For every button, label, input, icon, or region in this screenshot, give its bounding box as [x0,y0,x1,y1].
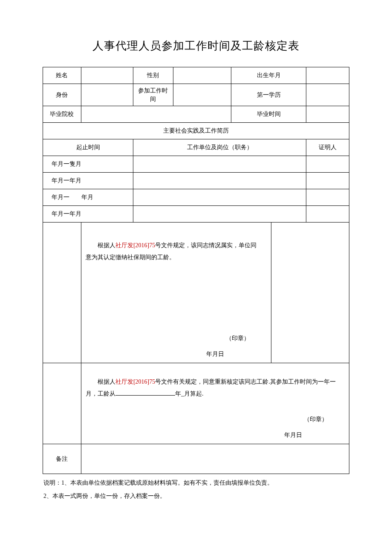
opinion2-pre: 根据人 [98,379,115,385]
note-2: 2、本表一式两份，单位一份，存入档案一份。 [43,490,349,503]
unit-4 [133,206,306,223]
verification-table: 姓名 性别 出生年月 身份 参加工作时间 第一学历 毕业院校 毕业时间 主要社会… [43,67,349,474]
value-workstart [173,84,231,106]
label-witness: 证明人 [306,139,349,156]
table-row: 身份 参加工作时间 第一学历 [43,84,349,106]
table-row: 姓名 性别 出生年月 [43,67,349,84]
label-birth: 出生年月 [231,67,306,84]
opinion1-pre: 根据人 [98,242,115,249]
opinion2-body: 根据人社厅发[2016]75号文件有关规定，同意重新核定该同志工龄.其参加工作时… [81,363,349,444]
label-unitpost: 工作单位及岗位（职务） [133,139,306,156]
opinion2-tail: 年_月算起. [175,390,204,397]
table-row: 起止时间 工作单位及岗位（职务） 证明人 [43,139,349,156]
opinion2-red: 社厅发[2016]75 [115,379,155,385]
label-period: 起止时间 [43,139,133,156]
page-title: 人事代理人员参加工作时间及工龄核定表 [43,38,349,53]
value-gender [173,67,231,84]
table-row: 毕业院校 毕业时间 [43,106,349,123]
opinion1-date: 年月日 [81,349,271,359]
opinion1-label [43,223,81,363]
opinion2-blank [115,390,175,396]
period-3: 年月一 年月 [43,189,133,206]
label-remark: 备注 [43,444,81,474]
witness-3 [306,189,349,206]
label-gradschool: 毕业院校 [43,106,81,123]
value-birth [306,67,349,84]
value-remark [81,444,349,474]
label-workstart: 参加工作时间 [133,84,173,106]
period-2: 年月一年月 [43,173,133,189]
opinion2-label [43,363,81,444]
period-1: 年月一隻月 [43,156,133,173]
table-row: 备注 [43,444,349,474]
unit-1 [133,156,306,173]
witness-4 [306,206,349,223]
opinion1-right [271,223,349,363]
table-row: 主要社会实践及工作简历 [43,123,349,139]
table-row: 年月一 年月 [43,189,349,206]
value-name [81,67,133,84]
label-gender: 性别 [133,67,173,84]
table-row: 年月一年月 [43,173,349,189]
label-graddate: 毕业时间 [231,106,306,123]
witness-1 [306,156,349,173]
value-identity [81,84,133,106]
witness-2 [306,173,349,189]
table-row: 根据人社厅发[2016]75号文件有关规定，同意重新核定该同志工龄.其参加工作时… [43,363,349,444]
period-4: 年月一年月 [43,206,133,223]
opinion1-stamp: （印章） [81,332,271,349]
note-1: 说明：1、本表由单位依据档案记载或原始材料填写。如有不实，责任由填报单位负责。 [43,477,349,490]
unit-3 [133,189,306,206]
label-name: 姓名 [43,67,81,84]
value-firstdegree [306,84,349,106]
value-graddate [306,106,349,123]
unit-2 [133,173,306,189]
label-identity: 身份 [43,84,81,106]
table-row: 根据人社厅发[2016]75号文件规定，该同志情况属实，单位同意为其认定缴纳社保… [43,223,349,363]
resume-header: 主要社会实践及工作简历 [43,123,349,139]
opinion1-red: 社厅发[2016]75 [115,242,155,249]
table-row: 年月一年月 [43,206,349,223]
opinion1-body: 根据人社厅发[2016]75号文件规定，该同志情况属实，单位同意为其认定缴纳社保… [81,223,271,363]
table-row: 年月一隻月 [43,156,349,173]
value-gradschool [81,106,231,123]
label-firstdegree: 第一学历 [231,84,306,106]
opinion2-stamp: （印章） [81,413,349,430]
footnotes: 说明：1、本表由单位依据档案记载或原始材料填写。如有不实，责任由填报单位负责。 … [43,477,349,503]
opinion2-date: 年月日 [81,430,349,440]
